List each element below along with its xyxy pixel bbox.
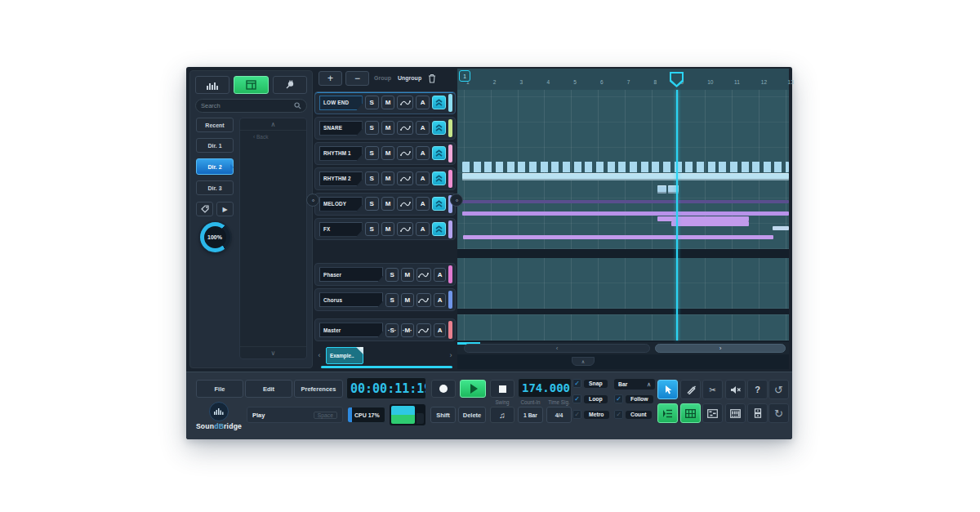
- collapse-track-button[interactable]: [432, 222, 446, 236]
- loop-start-marker[interactable]: 1: [459, 70, 470, 82]
- trash-icon[interactable]: [428, 73, 436, 83]
- bus-row[interactable]: Chorus S M A: [314, 288, 456, 311]
- recent-button[interactable]: Recent: [196, 118, 234, 132]
- grid-unit-dropdown[interactable]: Bar∧: [614, 379, 655, 390]
- sidebar-resize-handle[interactable]: ‹›: [306, 194, 319, 207]
- mute-button[interactable]: M: [401, 293, 414, 307]
- trackpanel-resize-handle[interactable]: ‹›: [450, 194, 463, 207]
- back-item[interactable]: ‹ Back: [240, 131, 306, 143]
- track-row[interactable]: FX S M A: [314, 218, 456, 241]
- draw-tool-button[interactable]: [680, 380, 701, 399]
- collapse-track-button[interactable]: [432, 121, 446, 135]
- mixer-view-button[interactable]: [680, 403, 701, 423]
- solo-button[interactable]: ·S·: [385, 323, 399, 337]
- tracklist-view-button[interactable]: [657, 403, 678, 423]
- group-button[interactable]: Group: [372, 75, 393, 81]
- select-tool-button[interactable]: [657, 380, 678, 399]
- sidebar-item-dir-1[interactable]: Dir. 1: [196, 138, 234, 153]
- midi-line-clip[interactable]: [462, 200, 789, 203]
- cut-tool-button[interactable]: ✂: [702, 380, 723, 399]
- collapse-track-button[interactable]: [432, 146, 446, 160]
- arm-button[interactable]: A: [434, 268, 447, 282]
- swing-button[interactable]: ♫: [490, 407, 514, 423]
- count-checkbox[interactable]: ✓Count: [614, 410, 652, 419]
- shift-button[interactable]: Shift: [430, 407, 456, 423]
- mute-button[interactable]: M: [381, 121, 395, 135]
- scrollbar-thumb[interactable]: ›: [655, 344, 786, 353]
- arm-button[interactable]: A: [416, 197, 430, 211]
- collapse-track-button[interactable]: [432, 96, 446, 109]
- automation-button[interactable]: [397, 96, 413, 109]
- arm-button[interactable]: A: [416, 96, 430, 109]
- timeline-scrollbar[interactable]: ‹ ›: [457, 342, 789, 354]
- panel-collapse-handle[interactable]: ∧: [572, 357, 595, 366]
- sidebar-item-dir-3[interactable]: Dir. 3: [196, 180, 234, 195]
- track-row[interactable]: MELODY S M A: [314, 193, 456, 216]
- track-row[interactable]: RHYTHM 2 S M A: [314, 167, 456, 190]
- arm-button[interactable]: A: [416, 146, 430, 160]
- track-name-plate[interactable]: MELODY: [319, 197, 363, 211]
- delete-button[interactable]: Delete: [458, 407, 486, 423]
- midi-clip-small[interactable]: [657, 185, 666, 194]
- master-row[interactable]: Master ·S· ·M· A: [314, 318, 456, 341]
- step-sequencer-view-button[interactable]: [725, 403, 746, 423]
- collapse-track-button[interactable]: [432, 197, 446, 211]
- mute-button[interactable]: M: [381, 96, 395, 109]
- action-hint-bar[interactable]: Play Space: [247, 407, 343, 423]
- arrangement-timeline[interactable]: 12345678910111213 1 ‹ › ∧: [457, 69, 789, 369]
- mute-button[interactable]: M: [381, 171, 395, 185]
- snap-checkbox[interactable]: ✓Snap: [572, 379, 608, 388]
- help-button[interactable]: ?: [747, 380, 768, 399]
- automation-button[interactable]: [397, 222, 413, 236]
- browser-scroll-down[interactable]: ∨: [240, 346, 306, 358]
- solo-button[interactable]: S: [365, 146, 379, 160]
- play-button[interactable]: [460, 380, 486, 398]
- midi-line-clip[interactable]: [462, 211, 789, 216]
- mute-button[interactable]: M: [401, 268, 414, 282]
- mute-button[interactable]: ·M·: [401, 323, 414, 337]
- track-name-plate[interactable]: FX: [319, 222, 363, 237]
- bus-row[interactable]: Phaser S M A: [314, 263, 456, 286]
- arm-button[interactable]: A: [416, 171, 430, 185]
- solo-button[interactable]: S: [365, 121, 379, 135]
- timeline-lanes-master[interactable]: [457, 314, 789, 341]
- mute-button[interactable]: M: [381, 197, 395, 211]
- file-menu-button[interactable]: File: [196, 380, 243, 398]
- tab-scroll-right[interactable]: ›: [448, 351, 454, 359]
- tab-library[interactable]: [195, 76, 229, 94]
- close-icon[interactable]: ×: [359, 345, 363, 350]
- clip-editor-view-button[interactable]: [747, 403, 768, 423]
- arm-button[interactable]: A: [416, 222, 430, 236]
- drum-bar-clip[interactable]: [462, 173, 789, 180]
- midi-bar-clip[interactable]: [773, 226, 789, 230]
- loop-checkbox[interactable]: ✓Loop: [572, 394, 608, 403]
- solo-button[interactable]: S: [385, 268, 399, 282]
- timesig-value-button[interactable]: 4/4: [546, 407, 572, 423]
- project-tab[interactable]: Example.. ×: [326, 347, 363, 364]
- automation-button[interactable]: [397, 171, 413, 185]
- automation-button[interactable]: [416, 293, 431, 307]
- edit-menu-button[interactable]: Edit: [245, 380, 292, 398]
- volume-knob[interactable]: 100%: [200, 222, 230, 252]
- automation-button[interactable]: [397, 121, 413, 135]
- record-button[interactable]: [431, 380, 456, 398]
- track-row[interactable]: RHYTHM 1 S M A: [314, 142, 456, 165]
- solo-button[interactable]: S: [365, 197, 379, 211]
- track-name-plate[interactable]: RHYTHM 2: [319, 171, 363, 186]
- browser-scroll-up[interactable]: ∧: [240, 118, 306, 131]
- collapse-track-button[interactable]: [432, 171, 446, 185]
- solo-button[interactable]: S: [365, 171, 379, 185]
- automation-button[interactable]: [416, 323, 431, 337]
- midi-bar-clip[interactable]: [671, 221, 749, 226]
- arm-button[interactable]: A: [416, 121, 430, 135]
- solo-button[interactable]: S: [365, 96, 379, 109]
- mute-button[interactable]: M: [381, 222, 395, 236]
- stop-button[interactable]: [490, 380, 514, 398]
- mute-tool-button[interactable]: [725, 380, 746, 399]
- automation-button[interactable]: [416, 268, 431, 282]
- track-row[interactable]: LOW END S M A: [314, 91, 456, 114]
- track-row[interactable]: SNARE S M A: [314, 117, 456, 140]
- sidebar-item-dir-2[interactable]: Dir. 2: [196, 158, 234, 175]
- tab-scroll-left[interactable]: ‹: [316, 351, 323, 359]
- redo-button[interactable]: ↻: [768, 403, 789, 423]
